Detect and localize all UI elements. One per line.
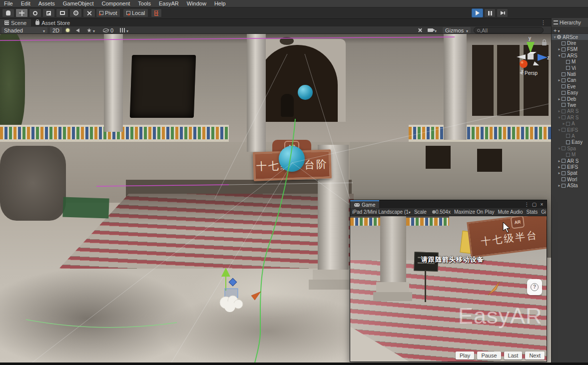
transform-tool-button[interactable] bbox=[69, 8, 82, 17]
hierarchy-row[interactable]: ▾ EIFS bbox=[552, 127, 588, 133]
hierarchy-row[interactable]: Eve bbox=[552, 83, 588, 89]
game-viewport[interactable]: 十七级半台 AR 请跟随箭头移动设备 ? EasyAR Play Pause L… bbox=[350, 216, 547, 362]
maximize-on-play-toggle[interactable]: Maximize On Play bbox=[454, 209, 495, 215]
rotate-tool-button[interactable] bbox=[29, 8, 41, 17]
hierarchy-row[interactable]: Dire bbox=[552, 40, 588, 46]
expand-arrow[interactable]: ▸ bbox=[557, 78, 562, 82]
gizmos-dropdown[interactable]: Gizmos bbox=[443, 27, 471, 33]
menu-tools[interactable]: Tools bbox=[134, 0, 155, 7]
expand-arrow[interactable]: ▸ bbox=[557, 47, 562, 51]
expand-arrow[interactable]: ▸ bbox=[557, 109, 562, 113]
hierarchy-row[interactable]: ▸ AR S bbox=[552, 108, 588, 114]
tab-asset-store[interactable]: Asset Store bbox=[31, 19, 74, 26]
expand-arrow[interactable]: ▾ bbox=[557, 53, 562, 58]
ar-last-button[interactable]: Last bbox=[504, 352, 523, 360]
custom-tool-button[interactable] bbox=[83, 8, 95, 17]
hierarchy-row[interactable]: ▸ AR S bbox=[552, 158, 588, 164]
ar-next-button[interactable]: Next bbox=[525, 352, 545, 360]
grid-axes-dropdown[interactable] bbox=[120, 26, 128, 34]
add-gameobject-button[interactable]: + bbox=[554, 27, 557, 33]
hierarchy-row[interactable]: Twe bbox=[552, 102, 588, 108]
scale-tool-button[interactable] bbox=[42, 8, 55, 17]
expand-arrow[interactable]: ▸ bbox=[557, 159, 562, 163]
chevron-down-icon[interactable] bbox=[558, 27, 560, 33]
hierarchy-row[interactable]: ▸ Spat bbox=[552, 170, 588, 176]
scene-visibility-toggle[interactable]: 0 bbox=[103, 26, 113, 34]
game-tab-label: Game bbox=[362, 202, 375, 208]
display-resolution-dropdown[interactable]: iPad 2/Mini Landscape (1 bbox=[352, 209, 411, 215]
hierarchy-row[interactable]: ▾ Spa bbox=[552, 145, 588, 151]
tab-scene[interactable]: Scene bbox=[0, 19, 31, 26]
mute-audio-toggle[interactable]: Mute Audio bbox=[498, 209, 523, 215]
hierarchy-row[interactable]: A bbox=[552, 133, 588, 139]
expand-arrow[interactable]: ▸ bbox=[557, 171, 562, 175]
menu-window[interactable]: Window bbox=[183, 0, 210, 7]
menu-gameobject[interactable]: GameObject bbox=[59, 0, 98, 7]
expand-arrow[interactable]: ▸ bbox=[562, 121, 566, 126]
hierarchy-row[interactable]: Nati bbox=[552, 71, 588, 77]
pause-button[interactable] bbox=[484, 8, 496, 17]
hierarchy-row[interactable]: ▸ FSM bbox=[552, 46, 588, 52]
expand-arrow[interactable]: ▾ bbox=[557, 146, 562, 151]
hierarchy-row[interactable]: ▸ A bbox=[552, 120, 588, 126]
menu-component[interactable]: Component bbox=[97, 0, 134, 7]
expand-arrow[interactable]: ▸ bbox=[557, 165, 562, 169]
menu-easyar[interactable]: EasyAR bbox=[155, 0, 183, 7]
menu-assets[interactable]: Assets bbox=[34, 0, 59, 7]
hierarchy-row[interactable]: ▾ AR S bbox=[552, 114, 588, 120]
scene-audio-toggle[interactable] bbox=[76, 26, 79, 34]
scene-camera-dropdown[interactable] bbox=[428, 26, 437, 34]
help-button[interactable]: ? bbox=[527, 279, 542, 295]
rect-tool-button[interactable] bbox=[56, 8, 68, 17]
tab-hierarchy[interactable]: Hierarchy bbox=[552, 18, 588, 27]
game-gizmos-toggle[interactable]: Gi bbox=[541, 209, 546, 215]
expand-arrow[interactable]: ▾ bbox=[557, 128, 562, 132]
hierarchy-row[interactable]: ▸ EIFS bbox=[552, 164, 588, 170]
2d-toggle[interactable]: 2D bbox=[50, 27, 62, 33]
grid-snap-button[interactable] bbox=[151, 8, 162, 17]
tab-game[interactable]: Game bbox=[350, 200, 379, 208]
hierarchy-row[interactable]: ▸ ASta bbox=[552, 182, 588, 188]
waypoint-sphere[interactable] bbox=[279, 146, 305, 172]
ar-pause-button[interactable]: Pause bbox=[477, 352, 501, 360]
menu-edit[interactable]: Edit bbox=[17, 0, 34, 7]
step-button[interactable] bbox=[497, 8, 508, 17]
scene-effects-dropdown[interactable] bbox=[87, 26, 95, 34]
hierarchy-row[interactable]: M bbox=[552, 151, 588, 157]
stats-toggle[interactable]: Stats bbox=[527, 209, 538, 215]
hierarchy-row[interactable]: ▾ ARS bbox=[552, 52, 588, 58]
window-menu-icon[interactable]: ⋮ bbox=[524, 202, 530, 207]
menu-help[interactable]: Help bbox=[210, 0, 230, 7]
local-toggle-button[interactable]: Local bbox=[123, 8, 148, 17]
hierarchy-row[interactable]: ▸ Can bbox=[552, 77, 588, 83]
hierarchy-row[interactable]: Worl bbox=[552, 176, 588, 182]
scene-lighting-toggle[interactable] bbox=[66, 26, 69, 34]
stone-statue bbox=[0, 146, 66, 221]
pivot-toggle-button[interactable]: Pivot bbox=[96, 8, 120, 17]
move-tool-button[interactable] bbox=[15, 8, 28, 17]
scene-tools-button[interactable] bbox=[418, 26, 422, 34]
2d-label: 2D bbox=[52, 27, 59, 33]
play-button[interactable] bbox=[472, 8, 483, 17]
hierarchy-row[interactable]: M bbox=[552, 59, 588, 65]
hierarchy-row[interactable]: Easy bbox=[552, 139, 588, 145]
slider-knob[interactable] bbox=[432, 210, 436, 214]
hierarchy-row[interactable]: Vi bbox=[552, 65, 588, 71]
draw-mode-dropdown[interactable]: Shaded bbox=[1, 27, 47, 33]
expand-arrow[interactable]: ▾ bbox=[553, 35, 557, 39]
hand-tool-button[interactable] bbox=[2, 8, 14, 17]
scene-search-input[interactable]: All bbox=[474, 27, 544, 33]
hierarchy-row[interactable]: ▾ ARSce bbox=[552, 34, 588, 40]
local-icon bbox=[126, 11, 130, 15]
scene-panel-menu-icon[interactable]: ⋮ bbox=[541, 19, 546, 26]
local-label: Local bbox=[132, 10, 145, 16]
ar-play-button[interactable]: Play bbox=[456, 352, 474, 360]
expand-arrow[interactable]: ▾ bbox=[557, 115, 562, 120]
hierarchy-row[interactable]: ▸ Deb bbox=[552, 96, 588, 102]
maximize-icon[interactable]: ▢ bbox=[531, 202, 538, 207]
expand-arrow[interactable]: ▸ bbox=[557, 183, 562, 188]
expand-arrow[interactable]: ▸ bbox=[557, 97, 562, 101]
menu-file[interactable]: File bbox=[0, 0, 17, 7]
close-icon[interactable]: × bbox=[539, 202, 545, 207]
hierarchy-row[interactable]: Easy bbox=[552, 90, 588, 96]
